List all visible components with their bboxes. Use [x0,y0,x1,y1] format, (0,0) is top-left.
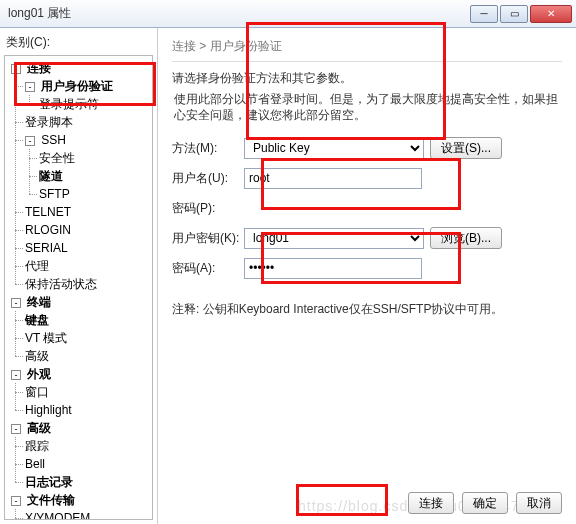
userkey-label: 用户密钥(K): [172,230,244,247]
category-label: 类别(C): [6,34,153,51]
breadcrumb: 连接 > 用户身份验证 [172,38,562,55]
row-userkey: 用户密钥(K): long01 浏览(B)... [172,227,562,249]
close-button[interactable]: ✕ [530,5,572,23]
desc-line2: 使用此部分以节省登录时间。但是，为了最大限度地提高安全性，如果担心安全问题，建议… [174,91,562,123]
tree-trace[interactable]: 跟踪 [25,439,49,453]
tree-login-prompt[interactable]: 登录提示符 [39,97,99,111]
expander-icon[interactable]: - [11,64,21,74]
cancel-button[interactable]: 取消 [516,492,562,514]
sidebar: 类别(C): - 连接 - 用户身份验证 登录提示符 登录脚本 [0,28,158,524]
tree-xymodem[interactable]: X/YMODEM [25,511,90,520]
row-password: 密码(P): [172,197,562,219]
tree-auth[interactable]: 用户身份验证 [41,79,113,93]
note-text: 注释: 公钥和Keyboard Interactive仅在SSH/SFTP协议中… [172,301,562,318]
tree-sftp[interactable]: SFTP [39,187,70,201]
tree-telnet[interactable]: TELNET [25,205,71,219]
tree-bell[interactable]: Bell [25,457,45,471]
method-label: 方法(M): [172,140,244,157]
tree-vtmode[interactable]: VT 模式 [25,331,67,345]
tree-highlight[interactable]: Highlight [25,403,72,417]
window-title: long01 属性 [8,5,470,22]
tree-keyboard[interactable]: 键盘 [25,313,49,327]
tree-advanced-term[interactable]: 高级 [25,349,49,363]
maximize-button[interactable]: ▭ [500,5,528,23]
tree-filetransfer[interactable]: 文件传输 [27,493,75,507]
settings-button[interactable]: 设置(S)... [430,137,502,159]
category-tree[interactable]: - 连接 - 用户身份验证 登录提示符 登录脚本 - [4,55,153,520]
passphrase-input[interactable] [244,258,422,279]
expander-icon[interactable]: - [11,496,21,506]
window-buttons: ─ ▭ ✕ [470,5,572,23]
tree-tunnel[interactable]: 隧道 [39,169,63,183]
expander-icon[interactable]: - [25,136,35,146]
expander-icon[interactable]: - [11,370,21,380]
password-label: 密码(P): [172,200,244,217]
row-passphrase: 密码(A): [172,257,562,279]
tree-advanced[interactable]: 高级 [27,421,51,435]
tree-ssh[interactable]: SSH [41,133,66,147]
desc-line1: 请选择身份验证方法和其它参数。 [172,70,562,87]
expander-icon[interactable]: - [11,424,21,434]
tree-login-script[interactable]: 登录脚本 [25,115,73,129]
tree-serial[interactable]: SERIAL [25,241,68,255]
userkey-select[interactable]: long01 [244,228,424,249]
tree-keepalive[interactable]: 保持活动状态 [25,277,97,291]
tree-rlogin[interactable]: RLOGIN [25,223,71,237]
tree-window[interactable]: 窗口 [25,385,49,399]
browse-button[interactable]: 浏览(B)... [430,227,502,249]
tree-terminal[interactable]: 终端 [27,295,51,309]
ok-button[interactable]: 确定 [462,492,508,514]
passphrase-label: 密码(A): [172,260,244,277]
separator [172,61,562,62]
expander-icon[interactable]: - [25,82,35,92]
expander-icon[interactable]: - [11,298,21,308]
tree-proxy[interactable]: 代理 [25,259,49,273]
tree-connection[interactable]: 连接 [27,61,51,75]
content: 类别(C): - 连接 - 用户身份验证 登录提示符 登录脚本 [0,28,576,524]
main-panel: 连接 > 用户身份验证 请选择身份验证方法和其它参数。 使用此部分以节省登录时间… [158,28,576,524]
connect-button[interactable]: 连接 [408,492,454,514]
row-username: 用户名(U): [172,167,562,189]
tree-logging[interactable]: 日志记录 [25,475,73,489]
tree-security[interactable]: 安全性 [39,151,75,165]
titlebar: long01 属性 ─ ▭ ✕ [0,0,576,28]
minimize-button[interactable]: ─ [470,5,498,23]
dialog-buttons: 连接 确定 取消 [158,492,562,514]
username-label: 用户名(U): [172,170,244,187]
method-select[interactable]: Public Key [244,138,424,159]
tree-appearance[interactable]: 外观 [27,367,51,381]
username-input[interactable] [244,168,422,189]
row-method: 方法(M): Public Key 设置(S)... [172,137,562,159]
